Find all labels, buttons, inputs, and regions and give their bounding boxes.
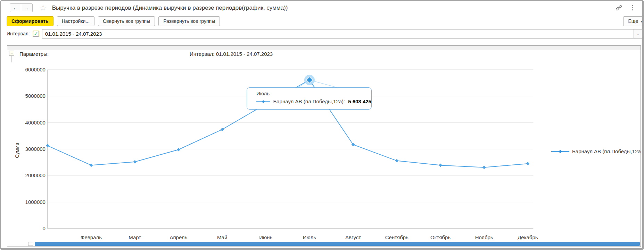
title-bar: ← → ☆ Выручка в разрезе периодов (Динами…: [1, 1, 642, 15]
data-point: [482, 166, 486, 169]
data-point: [526, 162, 529, 165]
hscroll-button[interactable]: [28, 242, 33, 246]
tooltip-series-label: Барнаул АВ (пл.Победы,12а):: [273, 98, 345, 104]
y-tick-label: 4000000: [25, 120, 46, 126]
back-button[interactable]: ←: [10, 3, 21, 12]
generate-button[interactable]: Сформировать: [7, 16, 53, 26]
x-tick-label: Март: [129, 234, 141, 240]
tooltip-value: 5 608 425: [348, 98, 371, 104]
data-point: [221, 128, 224, 131]
more-actions-label: Еще: [628, 18, 638, 24]
legend-series-label: Барнаул АВ (пл.Победы,12а): [572, 148, 641, 154]
app-window: ← → ☆ Выручка в разрезе периодов (Динами…: [0, 0, 644, 250]
hscroll-thumb[interactable]: [35, 242, 640, 246]
tooltip-series-row: Барнаул АВ (пл.Победы,12а): 5 608 425: [256, 98, 371, 104]
chart-legend: Барнаул АВ (пл.Победы,12а): [551, 148, 641, 154]
interval-checkbox[interactable]: ✓: [33, 31, 39, 37]
chart-tooltip: Июль Барнаул АВ (пл.Победы,12а): 5 608 4…: [247, 87, 372, 110]
series-marker-icon: [256, 100, 270, 103]
x-tick-label: Июль: [303, 234, 316, 240]
y-tick-label: 5000000: [25, 93, 46, 99]
favorite-star-icon[interactable]: ☆: [40, 4, 47, 12]
forward-button[interactable]: →: [21, 3, 33, 12]
data-point: [90, 164, 93, 167]
nav-buttons: ← →: [10, 3, 33, 12]
interval-row: Интервал: ✓ ..: [1, 28, 642, 39]
back-arrow-icon: ←: [13, 5, 18, 11]
data-point: [177, 148, 180, 152]
collapse-all-groups-button[interactable]: Свернуть все группы: [98, 16, 155, 26]
x-tick-label: Июнь: [259, 234, 272, 240]
x-tick-label: Апрель: [170, 234, 188, 240]
report-toolbar: Сформировать Настройки... Свернуть все г…: [1, 15, 642, 27]
data-point: [46, 144, 49, 147]
tooltip-month: Июль: [256, 90, 371, 96]
x-tick-label: Сентябрь: [385, 234, 408, 240]
expand-all-groups-button[interactable]: Развернуть все группы: [158, 16, 220, 26]
checkmark-icon: ✓: [34, 31, 38, 36]
data-point: [133, 160, 137, 164]
y-axis-title: Сумма: [14, 143, 20, 158]
x-tick-label: Август: [345, 234, 361, 240]
forward-arrow-icon: →: [24, 5, 30, 11]
chevron-down-icon: ▾: [641, 19, 642, 23]
interval-label: Интервал:: [7, 31, 30, 36]
interval-input[interactable]: [42, 29, 634, 38]
x-tick-label: Ноябрь: [475, 234, 493, 240]
interval-picker-button[interactable]: ..: [634, 29, 642, 38]
more-actions-button[interactable]: Еще ▾: [623, 16, 644, 26]
x-tick-label: Февраль: [81, 234, 102, 240]
titlebar-icons: [615, 4, 642, 11]
interval-field-wrapper: ..: [42, 29, 642, 38]
y-tick-label: 0: [43, 225, 46, 231]
line-chart[interactable]: 6000000500000040000003000000200000010000…: [7, 46, 641, 247]
report-area: − Параметры: Интервал: 01.01.2015 - 24.0…: [7, 45, 641, 247]
settings-button[interactable]: Настройки...: [57, 16, 94, 26]
y-tick-label: 2000000: [25, 172, 46, 178]
x-tick-label: Октябрь: [430, 234, 451, 240]
legend-marker-icon: [551, 150, 569, 153]
data-point: [439, 164, 442, 167]
data-point: [395, 159, 398, 163]
x-tick-label: Май: [217, 234, 227, 240]
y-tick-label: 1000000: [25, 199, 46, 205]
more-menu-icon[interactable]: [632, 5, 633, 10]
x-tick-label: Декабрь: [518, 234, 538, 240]
y-tick-label: 3000000: [25, 146, 46, 152]
link-icon[interactable]: [615, 4, 622, 11]
page-title: Выручка в разрезе периодов (Динамика выр…: [52, 5, 288, 11]
y-tick-label: 6000000: [25, 67, 46, 72]
